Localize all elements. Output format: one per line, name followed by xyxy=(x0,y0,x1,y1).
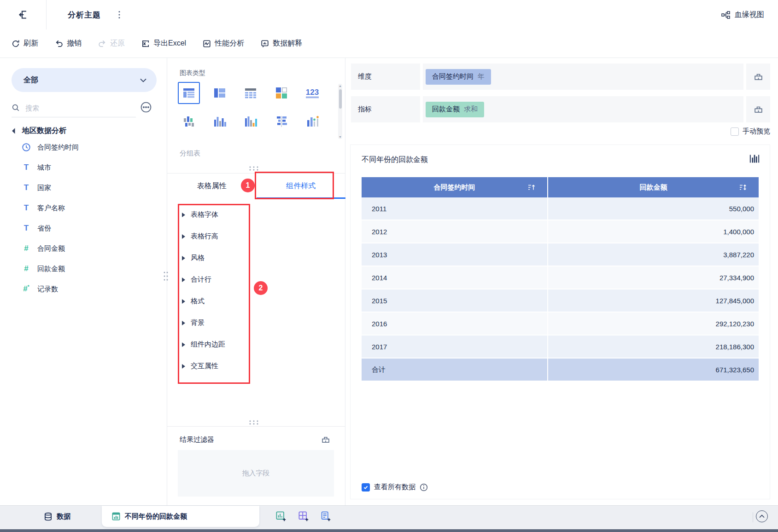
chart-type-group-table[interactable] xyxy=(178,82,200,104)
tree-root-label: 地区数据分析 xyxy=(22,126,66,136)
switch-chart-icon[interactable] xyxy=(749,154,760,163)
info-icon[interactable] xyxy=(420,483,428,492)
chart-type-kpi[interactable]: 123 xyxy=(301,82,323,104)
chart-type-bar[interactable] xyxy=(209,110,231,133)
text-field-icon: T xyxy=(21,203,32,213)
table-row[interactable]: 2012 1,400,000 xyxy=(362,220,759,243)
lineage-view-button[interactable]: 血缘视图 xyxy=(721,0,764,29)
lock-icon xyxy=(754,73,763,81)
tab-component-style[interactable]: 组件样式 xyxy=(257,173,346,199)
field-item-number[interactable]: # 回款金额 xyxy=(0,259,167,279)
table-row[interactable]: 2016 292,120,230 xyxy=(362,312,759,335)
table-row[interactable]: 2011 550,000 xyxy=(362,197,759,220)
field-item-text[interactable]: T 省份 xyxy=(0,218,167,238)
chart-type-scrollbar[interactable]: ▲ ▼ xyxy=(338,84,342,139)
measure-tray[interactable]: 回款金额 求和 xyxy=(423,96,743,122)
add-component-icon[interactable] xyxy=(275,511,287,522)
add-report-icon[interactable] xyxy=(320,511,331,522)
column-header-date[interactable]: 合同签约时间 xyxy=(362,177,548,197)
selected-chart-name: 分组表 xyxy=(180,149,200,158)
data-explain-button[interactable]: 数据解释 xyxy=(261,39,302,48)
kpi-123-icon: 123 xyxy=(306,88,319,98)
panel-drag-handle[interactable] xyxy=(248,166,259,171)
field-item-date[interactable]: 合同签约时间 xyxy=(0,137,167,157)
field-list: 合同签约时间 T 城市 T 国家 T 客户名称 T 省份 # 合同金额 xyxy=(0,137,167,299)
style-item-table-font[interactable]: 表格字体 xyxy=(167,204,345,226)
dimension-pill[interactable]: 合同签约时间 年 xyxy=(426,69,491,85)
result-filter-dropzone[interactable]: 拖入字段 xyxy=(178,450,334,497)
style-item-padding[interactable]: 组件内边距 xyxy=(167,334,345,355)
column-header-amount[interactable]: 回款金额 xyxy=(548,177,759,197)
style-item-style[interactable]: 风格 xyxy=(167,247,345,269)
kebab-icon xyxy=(118,11,120,19)
text-field-icon: T xyxy=(21,163,32,172)
field-item-text[interactable]: T 客户名称 xyxy=(0,198,167,218)
tree-node-dataset[interactable]: 地区数据分析 xyxy=(0,123,167,138)
field-item-text[interactable]: T 国家 xyxy=(0,178,167,198)
measure-pill[interactable]: 回款金额 求和 xyxy=(426,102,484,117)
style-item-background[interactable]: 背景 xyxy=(167,312,345,334)
table-row[interactable]: 2014 27,334,900 xyxy=(362,266,759,289)
window-edge xyxy=(0,529,778,532)
expand-arrow-icon xyxy=(182,342,185,347)
title-more-menu[interactable] xyxy=(118,11,120,19)
search-input[interactable] xyxy=(24,104,114,112)
exit-button[interactable] xyxy=(0,0,46,29)
scope-selector[interactable]: 全部 xyxy=(12,68,157,92)
measure-row: 指标 回款金额 求和 xyxy=(351,96,770,122)
table-row[interactable]: 2013 3,887,220 xyxy=(362,243,759,266)
chart-config-panel: 图表类型 123 xyxy=(167,58,345,505)
sort-both-icon[interactable] xyxy=(739,184,747,191)
result-filter-title: 结果过滤器 xyxy=(180,435,214,444)
performance-analysis-button[interactable]: 性能分析 xyxy=(203,39,244,48)
annotation-step-1: 1 xyxy=(241,179,255,192)
export-excel-button[interactable]: 导出Excel xyxy=(141,39,186,48)
page-title: 分析主题 xyxy=(68,10,101,20)
scrollbar-thumb[interactable] xyxy=(339,89,342,109)
chart-type-scatter-bar[interactable] xyxy=(178,110,200,133)
style-item-row-height[interactable]: 表格行高 xyxy=(167,226,345,247)
top-bar: 分析主题 血缘视图 xyxy=(0,0,778,30)
chart-type-detail-table[interactable] xyxy=(240,82,262,104)
manual-preview-checkbox[interactable] xyxy=(731,127,739,136)
view-all-label: 查看所有数据 xyxy=(374,483,415,492)
sidebar-resize-handle[interactable] xyxy=(163,271,169,282)
chart-type-horizontal-bar[interactable] xyxy=(270,110,292,133)
table-row[interactable]: 2017 218,186,300 xyxy=(362,335,759,359)
dimension-pill-name: 合同签约时间 xyxy=(432,72,474,81)
data-explain-icon xyxy=(261,40,269,48)
topbar-divider xyxy=(46,0,47,29)
chart-type-blocks[interactable] xyxy=(270,82,292,104)
field-item-text[interactable]: T 城市 xyxy=(0,157,167,178)
dimension-tray[interactable]: 合同签约时间 年 xyxy=(423,64,743,90)
field-item-count[interactable]: #* 记录数 xyxy=(0,279,167,299)
manual-preview-label: 手动预览 xyxy=(743,127,770,136)
measure-lock-button[interactable] xyxy=(746,96,770,122)
text-field-icon: T xyxy=(21,224,32,233)
field-item-number[interactable]: # 合同金额 xyxy=(0,238,167,259)
record-count-icon: #* xyxy=(21,284,32,294)
chevron-down-icon xyxy=(140,78,146,82)
text-field-icon: T xyxy=(21,183,32,192)
property-tabs: 表格属性 组件样式 xyxy=(167,173,345,199)
chart-type-combo[interactable] xyxy=(301,110,323,133)
sort-asc-icon[interactable] xyxy=(528,184,535,191)
dimension-lock-button[interactable] xyxy=(746,64,770,90)
sheet-tab-active[interactable]: 不同年份的回款金额 xyxy=(102,506,259,527)
chart-type-bar-multicolor[interactable] xyxy=(240,110,262,133)
lock-icon[interactable] xyxy=(322,436,330,443)
sheet-table-icon xyxy=(112,512,120,520)
collapse-bar-button[interactable] xyxy=(756,510,768,522)
chart-type-cross-table[interactable] xyxy=(209,82,231,104)
view-all-checkbox[interactable] xyxy=(362,483,370,492)
style-item-interaction[interactable]: 交互属性 xyxy=(167,355,345,377)
refresh-button[interactable]: 刷新 xyxy=(12,39,38,48)
field-options-icon[interactable] xyxy=(140,101,152,113)
data-tab[interactable]: 数据 xyxy=(44,506,70,527)
undo-button[interactable]: 撤销 xyxy=(55,39,82,48)
add-dashboard-icon[interactable] xyxy=(298,511,309,522)
redo-button[interactable]: 还原 xyxy=(98,39,125,48)
filter-drag-handle[interactable] xyxy=(248,420,259,425)
result-table: 合同签约时间 回款金额 2011 550,000 xyxy=(362,177,759,382)
table-row[interactable]: 2015 127,845,000 xyxy=(362,289,759,312)
